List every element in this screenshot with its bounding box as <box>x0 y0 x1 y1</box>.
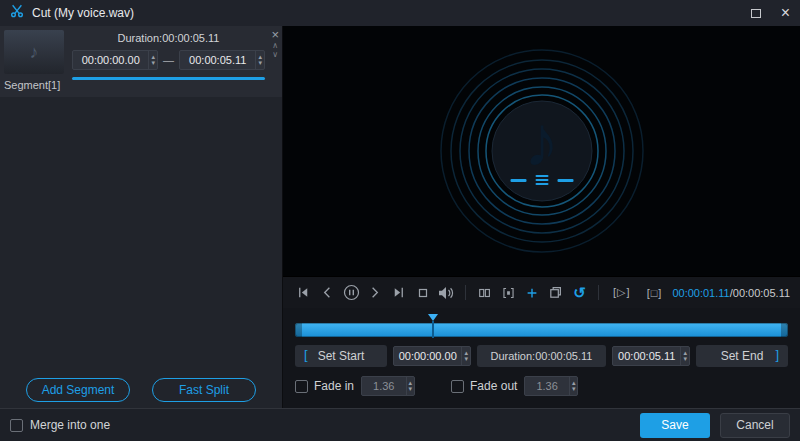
segment-move-up-icon[interactable]: ∧ <box>272 41 278 50</box>
stop-icon[interactable] <box>412 284 433 302</box>
clip-stop-icon[interactable]: [□] <box>640 284 670 302</box>
start-time-input[interactable]: 00:00:00.00 ▴ ▾ <box>393 346 471 366</box>
reset-icon[interactable]: ↺ <box>569 284 590 302</box>
trim-controls-row: [ Set Start 00:00:00.00 ▴ ▾ Duration:00:… <box>295 345 788 367</box>
segment-end-input[interactable]: 00:00:05.11 ▴ ▾ <box>179 50 265 70</box>
duration-display: Duration:00:00:05.11 <box>477 345 606 367</box>
segment-range-bar[interactable] <box>72 77 265 80</box>
scissors-icon <box>10 4 24 22</box>
step-back-icon[interactable] <box>317 284 338 302</box>
toolbar-separator <box>598 285 599 300</box>
segment-list-panel: ♪ Segment[1] Duration:00:00:05.11 00:00:… <box>0 26 283 408</box>
music-note-icon: ♪ <box>30 42 39 63</box>
playback-time: 00:00:01.11/00:00:05.11 <box>672 287 790 299</box>
copy-icon[interactable] <box>545 284 566 302</box>
playhead-triangle-icon[interactable] <box>428 314 438 321</box>
fade-in-label: Fade in <box>314 379 354 393</box>
segment-name: Segment[1] <box>4 79 68 91</box>
merge-into-one-checkbox[interactable] <box>10 419 23 432</box>
player-toolbar: ↺ [▷] [□] 00:00:01.11/00:00:05.11 <box>283 276 800 308</box>
time-range-dash: — <box>163 54 174 66</box>
segment-thumbnail[interactable]: ♪ <box>4 30 64 74</box>
add-segment-button[interactable]: Add Segment <box>26 378 130 402</box>
music-note-icon: ♪ <box>524 100 560 182</box>
fade-in-checkbox[interactable] <box>295 380 308 393</box>
end-bracket-icon: ] <box>775 347 779 362</box>
start-bracket-icon: [ <box>304 347 308 362</box>
merge-into-one-label: Merge into one <box>30 418 110 432</box>
spin-down-icon[interactable]: ▾ <box>572 386 576 392</box>
playhead-line <box>432 321 434 338</box>
skip-to-end-icon[interactable] <box>388 284 409 302</box>
timeline-selected-range[interactable] <box>295 323 788 337</box>
maximize-button[interactable] <box>751 9 761 18</box>
fade-out-label: Fade out <box>470 379 517 393</box>
current-time: 00:00:01.11 <box>672 287 729 299</box>
close-button[interactable]: × <box>781 5 790 21</box>
spin-down-icon[interactable]: ▾ <box>683 356 687 362</box>
end-time-input[interactable]: 00:00:05.11 ▴ ▾ <box>612 346 690 366</box>
window-title: Cut (My voice.wav) <box>32 6 134 20</box>
add-icon[interactable] <box>521 284 542 302</box>
volume-icon[interactable] <box>436 284 457 302</box>
timeline-track[interactable] <box>295 314 788 338</box>
total-time: /00:00:05.11 <box>730 287 790 299</box>
save-button[interactable]: Save <box>640 413 710 438</box>
audio-preview: ♪ <box>283 26 800 276</box>
fast-split-button[interactable]: Fast Split <box>152 378 256 402</box>
step-forward-icon[interactable] <box>364 284 385 302</box>
equalizer-dashes <box>510 175 573 185</box>
fade-out-checkbox[interactable] <box>451 380 464 393</box>
skip-to-start-icon[interactable] <box>293 284 314 302</box>
fade-out-value-input[interactable]: 1.36 ▴ ▾ <box>524 376 578 396</box>
fade-controls-row: Fade in 1.36 ▴ ▾ Fade out 1.36 ▴ ▾ <box>295 376 788 396</box>
segment-delete-icon[interactable]: × <box>271 29 279 41</box>
set-end-button[interactable]: Set End ] <box>696 345 788 367</box>
fade-in-value-input[interactable]: 1.36 ▴ ▾ <box>361 376 415 396</box>
pause-button-icon[interactable] <box>341 284 362 302</box>
spin-down-icon[interactable]: ▾ <box>258 60 262 66</box>
spin-down-icon[interactable]: ▾ <box>409 386 413 392</box>
titlebar: Cut (My voice.wav) × <box>0 0 800 26</box>
spin-down-icon[interactable]: ▾ <box>151 60 155 66</box>
segment-item[interactable]: ♪ Segment[1] Duration:00:00:05.11 00:00:… <box>0 26 282 97</box>
split-segment-icon[interactable] <box>474 284 495 302</box>
cancel-button[interactable]: Cancel <box>720 413 790 438</box>
segment-duration-label: Duration:00:00:05.11 <box>72 30 265 47</box>
toolbar-separator <box>465 285 466 300</box>
segment-start-input[interactable]: 00:00:00.00 ▴ ▾ <box>72 50 158 70</box>
frame-cut-icon[interactable] <box>498 284 519 302</box>
cut-dialog-window: Cut (My voice.wav) × ♪ Segment[1] Durati… <box>0 0 800 441</box>
preview-panel: ♪ <box>283 26 800 408</box>
clip-play-icon[interactable]: [▷] <box>607 284 637 302</box>
dialog-footer: Merge into one Save Cancel <box>0 408 800 441</box>
segment-move-down-icon[interactable]: ∨ <box>272 50 278 59</box>
set-start-button[interactable]: [ Set Start <box>295 345 387 367</box>
spin-down-icon[interactable]: ▾ <box>464 356 468 362</box>
